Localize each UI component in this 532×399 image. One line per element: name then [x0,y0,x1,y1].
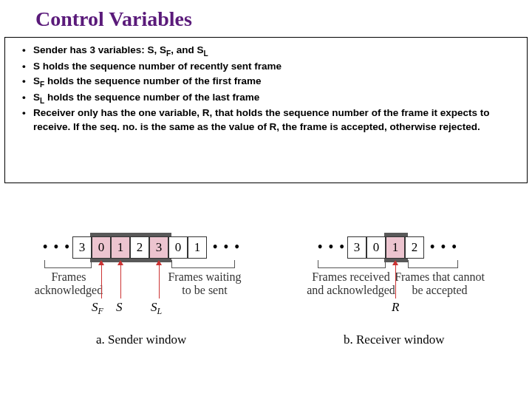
arrow-icon [156,260,162,265]
var-sf: SF [92,300,103,317]
subscript: L [204,50,208,58]
seq-cell: 0 [366,236,386,259]
subscript: F [98,306,103,316]
ellipsis-icon: • • • [318,239,346,255]
text: Frames [51,270,86,283]
bullet-item: S holds the sequence number of recently … [18,60,514,74]
text: Frames that cannot [395,270,485,283]
text: S [33,92,40,103]
seq-cell: 2 [405,236,424,259]
text: acknowledged [35,284,103,296]
seq-cell: 3 [347,236,366,259]
cannot-label: Frames that cannot be accepted [384,270,495,298]
text: S [92,300,98,314]
bullet-item: SF holds the sequence number of the firs… [18,75,514,90]
arrow-icon [117,260,123,265]
content-box: Sender has 3 variables: S, SF, and SL S … [4,37,528,183]
arrow-icon [392,260,398,265]
diagram-area: • • • 3 0 1 2 3 0 1 • • • Frames acknowl… [0,222,532,399]
receiver-caption: b. Receiver window [344,332,444,347]
ellipsis-icon: • • • [213,239,241,255]
seq-cell: 3 [72,236,92,259]
text: S [151,300,157,314]
text: , and S [171,44,203,55]
slide-title: Control Variables [35,7,192,31]
seq-cell: 1 [188,236,207,259]
seq-cell: 1 [111,236,130,259]
text: to be sent [182,284,227,296]
bracket-cannot [408,260,458,268]
wait-label: Frames waiting to be sent [157,270,253,298]
arrow-line [101,265,102,299]
receiver-strip: 3 0 1 2 [347,236,424,259]
text: Sender has 3 variables: S, S [33,44,166,55]
sender-strip: 3 0 1 2 3 0 1 [72,236,207,259]
bracket-ack [44,260,92,268]
bracket-received [318,260,386,268]
sender-caption: a. Sender window [96,332,186,347]
var-r: R [392,300,399,315]
bullet-item: Sender has 3 variables: S, SF, and SL [18,44,514,59]
text: and acknowledged [307,284,395,296]
seq-cell: 3 [149,236,168,259]
ellipsis-icon: • • • [43,239,71,255]
arrow-line [159,265,160,299]
text: be accepted [412,284,467,296]
text: Frames received [312,270,389,283]
seq-cell: 2 [130,236,149,259]
ack-label: Frames acknowledged [24,270,113,298]
text: S [33,75,40,86]
text: holds the sequence number of the last fr… [44,92,259,103]
bullet-item: Receiver only has the one variable, R, t… [18,106,514,134]
var-sl: SL [151,300,162,317]
arrow-line [395,265,396,299]
arrow-line [120,265,121,299]
subscript: L [157,306,163,316]
bullet-list: Sender has 3 variables: S, SF, and SL S … [5,44,527,134]
seq-cell: 0 [92,236,111,259]
seq-cell: 1 [386,236,405,259]
arrow-icon [98,260,104,265]
var-s: S [116,300,123,315]
bullet-item: SL holds the sequence number of the last… [18,91,514,106]
ellipsis-icon: • • • [430,239,458,255]
bracket-wait [171,260,235,268]
text: holds the sequence number of the first f… [44,75,261,86]
text: Frames waiting [168,270,241,283]
seq-cell: 0 [168,236,188,259]
